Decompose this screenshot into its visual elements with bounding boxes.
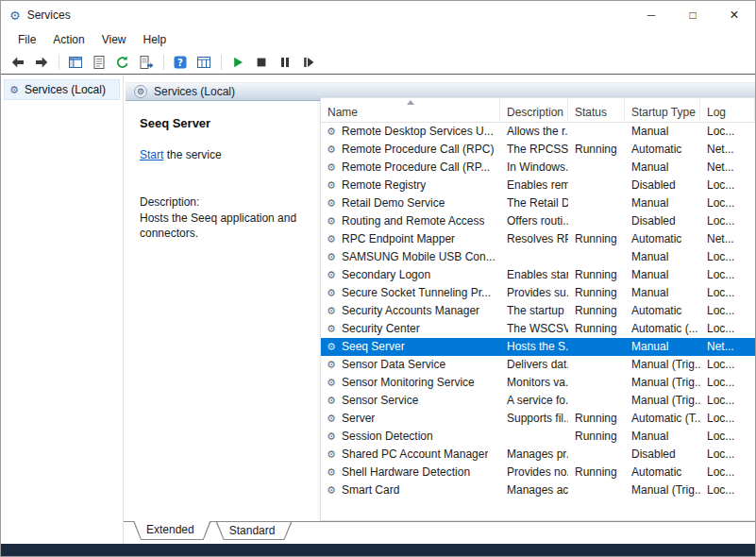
- back-arrow-icon[interactable]: [7, 52, 28, 72]
- pause-service-icon[interactable]: [274, 52, 295, 72]
- log-on-as-cell: Loc...: [700, 464, 755, 481]
- service-name-text: Smart Card: [342, 481, 399, 499]
- table-row[interactable]: ⚙Sensor Monitoring ServiceMonitors va...…: [321, 374, 755, 392]
- forward-arrow-icon[interactable]: [30, 52, 52, 72]
- service-name-text: Session Detection: [342, 428, 433, 446]
- status-cell: Running: [568, 410, 625, 428]
- description-cell: Resolves RP...: [500, 230, 568, 248]
- table-row[interactable]: ⚙Retail Demo ServiceThe Retail D...Manua…: [321, 194, 755, 212]
- table-row[interactable]: ⚙SAMSUNG Mobile USB Con...ManualLoc...: [321, 248, 755, 266]
- column-header-status[interactable]: Status: [568, 98, 625, 122]
- close-button[interactable]: ×: [714, 1, 755, 29]
- properties-icon[interactable]: [88, 52, 109, 72]
- service-name-cell: ⚙Retail Demo Service: [321, 194, 500, 212]
- table-row[interactable]: ⚙Sensor Data ServiceDelivers dat...Manua…: [321, 356, 755, 374]
- tree-item-services-local[interactable]: Services (Local): [4, 79, 120, 100]
- description-cell: Supports fil...: [500, 410, 568, 428]
- start-service-link[interactable]: Start: [140, 148, 163, 161]
- tab-extended[interactable]: Extended: [133, 521, 211, 540]
- service-gear-icon: ⚙: [325, 446, 338, 464]
- table-row[interactable]: ⚙Secondary LogonEnables star...RunningMa…: [321, 266, 755, 284]
- log-on-as-cell: Loc...: [700, 446, 755, 464]
- service-name-cell: ⚙Remote Procedure Call (RP...: [321, 159, 500, 177]
- status-cell: [568, 212, 625, 230]
- table-row[interactable]: ⚙Sensor ServiceA service fo...Manual (Tr…: [321, 392, 755, 410]
- extended-info-panel: Seeq Server Start the service Descriptio…: [140, 116, 321, 241]
- status-cell: [568, 338, 625, 356]
- table-row[interactable]: ⚙Remote Desktop Services U...Allows the …: [321, 123, 755, 141]
- table-row[interactable]: ⚙ServerSupports fil...RunningAutomatic (…: [321, 410, 755, 428]
- refresh-icon[interactable]: [111, 52, 133, 72]
- service-name-text: Remote Registry: [342, 177, 426, 194]
- services-window: Services ─ □ × FileActionViewHelp ? Serv…: [0, 0, 756, 557]
- tab-standard[interactable]: Standard: [216, 522, 293, 540]
- startup-type-cell: Automatic: [625, 464, 700, 481]
- table-row[interactable]: ⚙Remote Procedure Call (RPC)The RPCSS s.…: [321, 141, 755, 159]
- service-name-text: Secure Socket Tunneling Pr...: [342, 284, 491, 302]
- service-name-text: Security Accounts Manager: [342, 302, 479, 320]
- log-on-as-cell: Net...: [700, 338, 755, 356]
- show-console-tree-icon[interactable]: [64, 52, 86, 72]
- service-name-cell: ⚙SAMSUNG Mobile USB Con...: [321, 248, 500, 266]
- table-row[interactable]: ⚙Secure Socket Tunneling Pr...Provides s…: [321, 284, 755, 302]
- service-name-cell: ⚙Secondary Logon: [321, 266, 500, 284]
- column-header-label: Description: [507, 106, 563, 119]
- log-on-as-cell: Net...: [700, 159, 755, 177]
- column-header-label: Startup Type: [631, 106, 696, 119]
- table-row[interactable]: ⚙Remote RegistryEnables rem...DisabledLo…: [321, 177, 755, 194]
- table-row[interactable]: ⚙RPC Endpoint MapperResolves RP...Runnin…: [321, 230, 755, 248]
- status-cell: [568, 356, 625, 374]
- status-cell: Running: [568, 302, 625, 320]
- status-cell: [568, 194, 625, 212]
- table-row[interactable]: ⚙Shared PC Account ManagerManages pr...D…: [321, 446, 755, 464]
- startup-type-cell: Manual: [625, 284, 700, 302]
- status-cell: Running: [568, 464, 625, 481]
- startup-type-cell: Automatic: [625, 230, 700, 248]
- column-header-description[interactable]: Description: [500, 98, 568, 122]
- menu-item-action[interactable]: Action: [44, 30, 92, 49]
- service-gear-icon: ⚙: [325, 356, 338, 374]
- column-header-name[interactable]: Name: [321, 98, 500, 122]
- start-service-icon[interactable]: [227, 52, 248, 72]
- table-row[interactable]: ⚙Security Accounts ManagerThe startup ..…: [321, 302, 755, 320]
- service-gear-icon: ⚙: [325, 320, 338, 338]
- table-row[interactable]: ⚙Shell Hardware DetectionProvides no...R…: [321, 464, 755, 481]
- list-view-icon[interactable]: [193, 52, 214, 72]
- stop-service-icon[interactable]: [250, 52, 272, 72]
- description-cell: The RPCSS s...: [500, 141, 568, 159]
- menu-item-file[interactable]: File: [9, 30, 44, 49]
- service-gear-icon: ⚙: [325, 230, 338, 248]
- export-list-icon[interactable]: [135, 52, 157, 72]
- column-header-label: Log: [707, 106, 726, 119]
- help-icon[interactable]: ?: [169, 52, 191, 72]
- service-name-cell: ⚙Remote Registry: [321, 177, 500, 194]
- service-gear-icon: ⚙: [325, 392, 338, 410]
- menu-item-help[interactable]: Help: [135, 30, 176, 49]
- table-row[interactable]: ⚙Remote Procedure Call (RP...In Windows.…: [321, 159, 755, 177]
- startup-type-cell: Manual (Trig...: [625, 374, 700, 392]
- table-row[interactable]: ⚙Seeq ServerHosts the S...ManualNet...: [321, 338, 755, 356]
- log-on-as-cell: Loc...: [700, 356, 755, 374]
- services-app-icon: [9, 7, 21, 24]
- log-on-as-cell: Loc...: [700, 302, 755, 320]
- column-header-log[interactable]: Log: [700, 98, 755, 122]
- minimize-button[interactable]: ─: [630, 1, 672, 29]
- table-row[interactable]: ⚙Security CenterThe WSCSV...RunningAutom…: [321, 320, 755, 338]
- menu-item-view[interactable]: View: [93, 30, 135, 49]
- startup-type-cell: Manual (Trig...: [625, 481, 700, 499]
- table-row[interactable]: ⚙Routing and Remote AccessOffers routi..…: [321, 212, 755, 230]
- service-name-cell: ⚙Smart Card: [321, 481, 500, 499]
- title-left: Services: [1, 1, 630, 29]
- maximize-button[interactable]: □: [672, 1, 714, 29]
- table-row[interactable]: ⚙Session DetectionRunningManualLoc...: [321, 428, 755, 446]
- status-cell: Running: [568, 230, 625, 248]
- restart-service-icon[interactable]: [297, 52, 319, 72]
- description-cell: The Retail D...: [500, 194, 568, 212]
- service-name-text: Secondary Logon: [342, 266, 430, 284]
- column-header-label: Name: [328, 106, 358, 119]
- column-header-startup-type[interactable]: Startup Type: [625, 98, 700, 122]
- table-row[interactable]: ⚙Smart CardManages ac...Manual (Trig...L…: [321, 481, 755, 499]
- startup-type-cell: Manual: [625, 338, 700, 356]
- service-gear-icon: ⚙: [325, 266, 338, 284]
- service-name-text: Retail Demo Service: [342, 194, 445, 212]
